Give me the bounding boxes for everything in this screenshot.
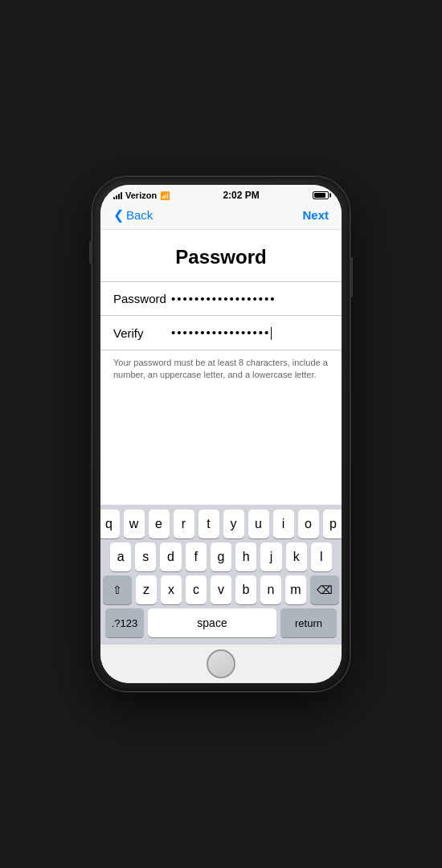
key-u[interactable]: u	[248, 510, 269, 538]
key-s[interactable]: s	[135, 542, 156, 571]
key-m[interactable]: m	[285, 575, 306, 604]
phone-device: Verizon 📶 2:02 PM ❮ Back Next Password	[92, 177, 350, 691]
key-o[interactable]: o	[298, 510, 319, 538]
verify-field[interactable]: •••••••••••••••••	[171, 326, 329, 340]
home-area	[100, 645, 342, 683]
battery-fill	[314, 193, 325, 198]
verify-row: Verify •••••••••••••••••	[100, 316, 342, 350]
chevron-left-icon: ❮	[113, 207, 124, 223]
delete-icon: ⌫	[317, 583, 333, 596]
keyboard-row-3: ⇧ z x c v b n m ⌫	[104, 575, 338, 604]
keyboard: q w e r t y u i o p a s d f g h j k	[100, 505, 342, 645]
home-button[interactable]	[207, 649, 235, 678]
status-bar: Verizon 📶 2:02 PM	[100, 185, 342, 204]
key-r[interactable]: r	[174, 510, 194, 538]
status-right	[313, 191, 329, 199]
key-p[interactable]: p	[323, 510, 342, 538]
wifi-icon: 📶	[160, 191, 170, 200]
key-h[interactable]: h	[235, 542, 256, 571]
nav-bar: ❮ Back Next	[100, 204, 342, 230]
key-q[interactable]: q	[100, 510, 120, 538]
key-l[interactable]: l	[311, 542, 332, 571]
key-g[interactable]: g	[211, 542, 231, 571]
key-c[interactable]: c	[186, 575, 207, 604]
key-e[interactable]: e	[149, 510, 170, 538]
key-z[interactable]: z	[136, 575, 157, 604]
key-x[interactable]: x	[161, 575, 182, 604]
phone-screen: Verizon 📶 2:02 PM ❮ Back Next Password	[100, 185, 342, 683]
password-label: Password	[113, 292, 171, 305]
key-f[interactable]: f	[186, 542, 207, 571]
key-t[interactable]: t	[198, 510, 219, 538]
next-button[interactable]: Next	[302, 208, 329, 222]
verify-label: Verify	[113, 326, 171, 340]
numbers-key[interactable]: .?123	[105, 608, 144, 637]
delete-key[interactable]: ⌫	[310, 575, 339, 604]
status-left: Verizon 📶	[113, 190, 170, 200]
key-v[interactable]: v	[211, 575, 231, 604]
main-content: Password Password •••••••••••••••••• Ver…	[100, 230, 342, 505]
password-field[interactable]: ••••••••••••••••••	[171, 292, 329, 305]
page-title: Password	[100, 230, 342, 281]
back-label: Back	[126, 208, 153, 222]
key-w[interactable]: w	[124, 510, 145, 538]
key-d[interactable]: d	[160, 542, 181, 571]
keyboard-row-2: a s d f g h j k l	[104, 542, 338, 571]
signal-bars	[113, 191, 122, 199]
key-j[interactable]: j	[260, 542, 281, 571]
text-cursor	[271, 327, 272, 340]
battery-icon	[313, 191, 329, 199]
shift-icon: ⇧	[113, 583, 122, 596]
carrier-label: Verizon	[125, 190, 157, 200]
status-time: 2:02 PM	[223, 190, 259, 201]
back-button[interactable]: ❮ Back	[113, 207, 153, 223]
key-b[interactable]: b	[235, 575, 256, 604]
space-key[interactable]: space	[148, 608, 276, 637]
return-key[interactable]: return	[280, 608, 337, 637]
hint-text: Your password must be at least 8 charact…	[100, 350, 342, 395]
shift-key[interactable]: ⇧	[103, 575, 132, 604]
key-n[interactable]: n	[260, 575, 281, 604]
keyboard-row-4: .?123 space return	[104, 608, 338, 637]
key-i[interactable]: i	[273, 510, 294, 538]
keyboard-row-1: q w e r t y u i o p	[104, 510, 338, 538]
password-row: Password ••••••••••••••••••	[100, 282, 342, 316]
key-a[interactable]: a	[110, 542, 131, 571]
form-section: Password •••••••••••••••••• Verify •••••…	[100, 281, 342, 350]
key-k[interactable]: k	[286, 542, 307, 571]
key-y[interactable]: y	[223, 510, 244, 538]
